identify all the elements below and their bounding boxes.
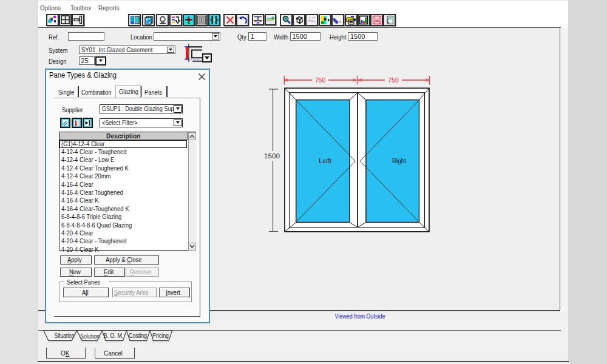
svg-text:B. O. M.: B. O. M. (104, 332, 124, 339)
svg-text:Situation: Situation (55, 332, 75, 339)
svg-text:Viewed from Outside: Viewed from Outside (335, 312, 385, 320)
svg-text:Costing: Costing (129, 332, 147, 339)
svg-text:750: 750 (388, 76, 399, 84)
svg-text:Right: Right (392, 157, 406, 164)
svg-text:Pricing: Pricing (152, 332, 169, 339)
svg-text:1500: 1500 (264, 152, 280, 160)
svg-text:Left: Left (319, 157, 331, 164)
svg-text:Solution: Solution (80, 332, 100, 340)
svg-text:750: 750 (315, 76, 326, 84)
